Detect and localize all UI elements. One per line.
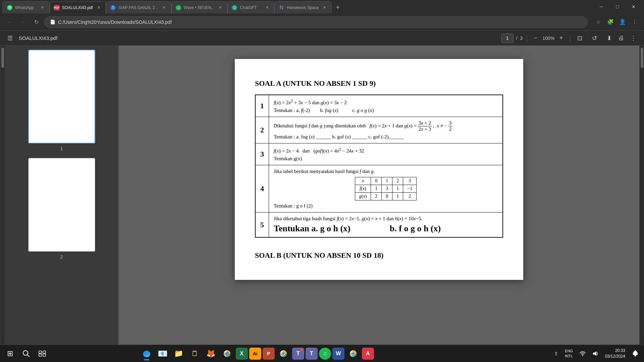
question-number-1: 1	[255, 95, 269, 117]
siap-favicon: S	[110, 5, 116, 10]
illustrator-icon: Ai	[253, 351, 258, 356]
print-button[interactable]: 🖨	[616, 33, 627, 44]
address-actions: ☆ 🧩 👤 ⋮	[593, 17, 640, 27]
tab-whatsapp[interactable]: W WhatsApp ✕	[3, 1, 50, 13]
firefox-icon: 🦊	[206, 349, 215, 358]
clock[interactable]: 20:33 03/12/2024	[602, 347, 628, 361]
pdf-content-area[interactable]: SOAL A (UNTUK NO ABSEN 1 SD 9) 1 f(x) = …	[119, 46, 639, 345]
download-button[interactable]: ⬇	[604, 33, 614, 44]
taskbar-app-files[interactable]: 📁	[171, 346, 186, 361]
taskbar-app-chrome2[interactable]	[276, 346, 291, 361]
menu-button[interactable]: ⋮	[629, 17, 640, 27]
homework-favicon: N	[279, 5, 284, 10]
taskbar-app-edge[interactable]	[139, 346, 154, 361]
notification-button[interactable]	[629, 346, 641, 361]
back-button[interactable]: ←	[4, 17, 15, 27]
page-label-2: 2	[9, 254, 114, 259]
svg-rect-4	[39, 354, 42, 356]
taskbar-app-powerpoint[interactable]: P	[263, 348, 275, 360]
table-row: 3 f(x) = 2x − 4 dan (gof)(x) = 4x2 − 24x…	[255, 143, 503, 165]
more-options-button[interactable]: ⋮	[628, 33, 639, 44]
tab-whatsapp-close[interactable]: ✕	[39, 5, 45, 11]
tab-chatgpt-close[interactable]: ✕	[264, 5, 270, 11]
pdf-menu-icon[interactable]: ☰	[5, 34, 15, 43]
taskbar-app-word[interactable]: W	[332, 348, 344, 360]
taskbar-app-chrome[interactable]	[220, 346, 234, 361]
system-tray: ⇧ ENGINTL 20:33 03/12/2024	[551, 346, 641, 361]
taskview-button[interactable]	[35, 346, 50, 361]
svg-rect-5	[43, 354, 46, 356]
zoom-out-button[interactable]: −	[531, 34, 540, 43]
bookmark-button[interactable]: ☆	[593, 17, 604, 27]
wave-favicon: ♫	[176, 5, 181, 10]
tab-chatgpt-title: ChatGPT	[240, 5, 261, 10]
tab-siap[interactable]: S SIAP PAS GANJIL 2... ✕	[106, 1, 171, 13]
start-button[interactable]: ⊞	[3, 346, 17, 361]
tab-homework-close[interactable]: ✕	[321, 5, 327, 11]
taskbar-app-teams2[interactable]: T	[306, 348, 318, 360]
table-fx-label: f(x)	[355, 185, 371, 193]
table-fx-0: 1	[371, 185, 382, 193]
teams1-badge: 1	[300, 348, 304, 352]
rotate-button[interactable]: ↺	[589, 33, 600, 44]
volume-button[interactable]	[590, 349, 601, 358]
tab-homework[interactable]: N Homework Space ✕	[274, 1, 332, 13]
wifi-button[interactable]	[577, 349, 588, 358]
table-gx-2: 1	[392, 193, 403, 200]
extensions-button[interactable]: 🧩	[605, 17, 616, 27]
date-display: 03/12/2024	[605, 354, 625, 359]
minimize-button[interactable]: ─	[594, 1, 609, 13]
table-row: 1 f(x) = 2x2 + 3x − 5 dan g(x) = 3x − 2 …	[255, 95, 503, 117]
fit-page-button[interactable]: ⊡	[574, 33, 585, 44]
page-separator: /	[516, 36, 518, 41]
language-button[interactable]: ENGINTL	[562, 347, 576, 360]
svg-line-1	[27, 355, 29, 357]
taskbar-app-acrobat[interactable]: A	[362, 348, 374, 360]
tab-chatgpt[interactable]: G ChatGPT ✕	[227, 1, 274, 13]
forward-button[interactable]: →	[17, 17, 28, 27]
language-label: ENGINTL	[565, 349, 573, 358]
taskbar-app-illustrator[interactable]: Ai	[249, 348, 261, 360]
table-gx-1: 0	[382, 193, 392, 200]
taskbar-app-excel[interactable]: X	[236, 348, 248, 360]
svg-rect-3	[43, 351, 46, 353]
taskbar-app-firefox[interactable]: 🦊	[204, 346, 218, 361]
table-gx-label: g(x)	[355, 193, 371, 200]
taskbar-app-teams1[interactable]: T 1	[292, 348, 304, 360]
new-tab-button[interactable]: +	[332, 1, 344, 13]
q4-math: Jika tabel berikut menyatakan hasil fung…	[274, 169, 498, 174]
taskbar-app-outlook[interactable]: 📧	[155, 346, 170, 361]
page-number-input[interactable]	[501, 34, 514, 43]
tab-pdf[interactable]: PDF SOALULXI43.pdf ✕	[50, 1, 106, 13]
pdf-scrollbar[interactable]	[639, 46, 644, 345]
tab-siap-close[interactable]: ✕	[161, 5, 167, 11]
q1-math: f(x) = 2x2 + 3x − 5 dan g(x) = 3x − 2	[274, 99, 498, 106]
page-total: 3	[520, 36, 523, 41]
taskbar-app-sticky[interactable]: 🗒	[187, 346, 202, 361]
scrollbar-thumb	[1, 48, 4, 68]
sidebar-scrollbar[interactable]	[0, 46, 5, 345]
reload-button[interactable]: ↻	[31, 17, 42, 27]
maximize-button[interactable]: □	[610, 1, 625, 13]
search-button[interactable]	[19, 346, 34, 361]
address-bar[interactable]: 📄 C:/Users/Cing%20Yunus/Downloads/SOALUL…	[44, 16, 588, 28]
toolbar-divider-1	[527, 34, 527, 42]
taskbar-app-spotify[interactable]: ♫	[319, 348, 331, 360]
tab-wave[interactable]: ♫ Wave • SEVEN... ✕	[171, 1, 228, 13]
page-thumb-2[interactable]	[28, 158, 95, 252]
taskbar-app-chrome3[interactable]	[346, 346, 361, 361]
close-button[interactable]: ✕	[626, 1, 641, 13]
profile-button[interactable]: 👤	[617, 17, 628, 27]
tab-wave-close[interactable]: ✕	[217, 5, 223, 11]
chevron-up-button[interactable]: ⇧	[551, 350, 561, 358]
edge-icon	[142, 349, 151, 358]
soal-table: 1 f(x) = 2x2 + 3x − 5 dan g(x) = 3x − 2 …	[255, 95, 503, 238]
zoom-in-button[interactable]: +	[556, 34, 566, 43]
search-icon	[22, 350, 30, 357]
pdf-toolbar: ☰ SOALULXI43.pdf / 3 − 100% + ⊡ ↺ ⬇ 🖨 ⋮	[0, 31, 644, 46]
tab-wave-title: Wave • SEVEN...	[184, 5, 215, 10]
tab-siap-title: SIAP PAS GANJIL 2...	[118, 5, 158, 10]
page-thumb-1[interactable]	[28, 50, 95, 143]
sidebar-scroll-area[interactable]: 1 2	[5, 46, 118, 345]
tab-pdf-close[interactable]: ✕	[96, 5, 102, 11]
